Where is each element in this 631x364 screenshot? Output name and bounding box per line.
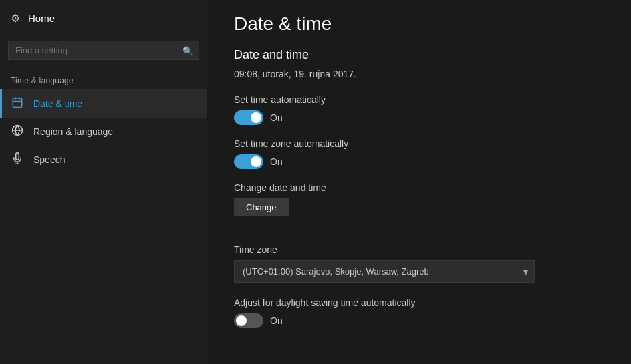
sidebar-home[interactable]: ⚙ Home — [0, 0, 207, 37]
set-timezone-auto-row: Set time zone automatically On — [234, 138, 604, 169]
set-timezone-auto-toggle[interactable] — [234, 154, 263, 169]
svg-rect-0 — [13, 98, 22, 108]
set-time-auto-row: Set time automatically On — [234, 94, 604, 125]
sidebar: ⚙ Home 🔍 Time & language Date & time Reg… — [0, 0, 207, 364]
search-box[interactable]: 🔍 — [8, 41, 199, 60]
set-timezone-auto-state: On — [270, 156, 283, 167]
main-content: Date & time Date and time 09:08, utorak,… — [207, 0, 631, 364]
page-title: Date & time — [234, 13, 604, 35]
sidebar-item-date-time[interactable]: Date & time — [0, 89, 207, 118]
region-language-icon — [11, 124, 24, 139]
section-title: Date and time — [234, 48, 604, 62]
set-timezone-auto-toggle-knob — [251, 156, 261, 167]
time-zone-dropdown[interactable]: (UTC+01:00) Sarajevo, Skopje, Warsaw, Za… — [234, 260, 535, 283]
daylight-saving-state: On — [270, 315, 283, 326]
time-zone-row: Time zone (UTC+01:00) Sarajevo, Skopje, … — [234, 244, 604, 283]
set-time-auto-toggle-knob — [251, 112, 261, 123]
time-zone-dropdown-container: (UTC+01:00) Sarajevo, Skopje, Warsaw, Za… — [234, 260, 535, 283]
daylight-saving-row: Adjust for daylight saving time automati… — [234, 297, 604, 328]
change-button[interactable]: Change — [234, 198, 289, 216]
daylight-saving-toggle-row: On — [234, 313, 604, 328]
current-datetime: 09:08, utorak, 19. rujna 2017. — [234, 69, 604, 79]
sidebar-item-region-language-label: Region & language — [33, 126, 113, 137]
change-date-time-label: Change date and time — [234, 182, 604, 193]
sidebar-section-label: Time & language — [0, 71, 207, 89]
daylight-saving-toggle[interactable] — [234, 313, 263, 328]
set-timezone-auto-label: Set time zone automatically — [234, 138, 604, 149]
change-date-time-row: Change date and time Change — [234, 182, 604, 231]
set-time-auto-label: Set time automatically — [234, 94, 604, 105]
daylight-saving-toggle-knob — [236, 315, 247, 326]
search-input[interactable] — [15, 45, 178, 55]
date-time-icon — [11, 96, 24, 111]
sidebar-item-speech[interactable]: Speech — [0, 146, 207, 174]
set-time-auto-toggle-row: On — [234, 110, 604, 125]
sidebar-item-speech-label: Speech — [33, 154, 65, 165]
search-icon: 🔍 — [182, 45, 193, 55]
sidebar-item-date-time-label: Date & time — [33, 98, 82, 109]
time-zone-label: Time zone — [234, 244, 604, 255]
sidebar-item-region-language[interactable]: Region & language — [0, 118, 207, 146]
set-time-auto-state: On — [270, 112, 283, 123]
search-box-container: 🔍 — [0, 37, 207, 71]
set-time-auto-toggle[interactable] — [234, 110, 263, 125]
speech-icon — [11, 152, 24, 167]
set-timezone-auto-toggle-row: On — [234, 154, 604, 169]
home-icon: ⚙ — [11, 12, 20, 25]
sidebar-home-label: Home — [28, 13, 55, 24]
daylight-saving-label: Adjust for daylight saving time automati… — [234, 297, 604, 308]
